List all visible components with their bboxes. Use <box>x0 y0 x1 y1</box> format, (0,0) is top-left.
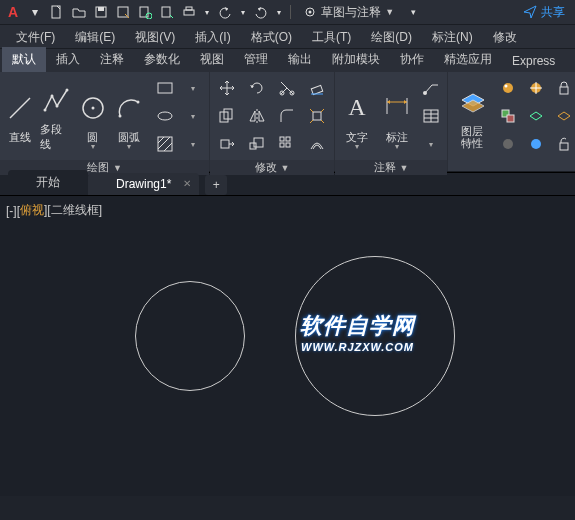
tool-arc[interactable]: 圆弧 ▾ <box>113 79 145 153</box>
tool-table[interactable] <box>419 104 443 128</box>
ribbon-tab-default[interactable]: 默认 <box>2 47 46 72</box>
tool-trim[interactable] <box>274 76 300 100</box>
svg-point-14 <box>56 105 59 108</box>
web-open-icon[interactable] <box>136 3 154 21</box>
tool-text[interactable]: A 文字 ▾ <box>339 79 375 153</box>
ribbon-tab-parametric[interactable]: 参数化 <box>134 47 190 72</box>
layers-icon <box>458 88 486 118</box>
svg-rect-7 <box>184 10 194 15</box>
tool-ellipse-drop[interactable]: ▾ <box>181 104 205 128</box>
layer-off-icon[interactable] <box>496 132 520 156</box>
svg-line-36 <box>310 120 313 123</box>
tool-array[interactable] <box>274 132 300 156</box>
layer-prev-icon[interactable] <box>552 104 575 128</box>
layer-freeze-icon[interactable] <box>524 76 548 100</box>
undo-dropdown-icon[interactable]: ▾ <box>238 3 248 21</box>
close-icon[interactable]: ✕ <box>183 178 191 189</box>
layer-lock-icon[interactable] <box>552 76 575 100</box>
saveas-icon[interactable] <box>114 3 132 21</box>
menu-dimension[interactable]: 标注(N) <box>422 27 483 48</box>
svg-point-60 <box>531 139 541 149</box>
doc-tab-drawing1[interactable]: Drawing1* ✕ <box>88 173 199 195</box>
tool-scale[interactable] <box>244 132 270 156</box>
menu-tools[interactable]: 工具(T) <box>302 27 361 48</box>
copy-icon <box>218 107 236 125</box>
undo-icon[interactable] <box>216 3 234 21</box>
ribbon-tab-manage[interactable]: 管理 <box>234 47 278 72</box>
move-icon <box>218 79 236 97</box>
ribbon-tab-insert[interactable]: 插入 <box>46 47 90 72</box>
tool-line[interactable]: 直线 <box>4 79 36 153</box>
svg-rect-22 <box>158 137 172 151</box>
doc-tab-start[interactable]: 开始 <box>8 170 88 195</box>
svg-rect-61 <box>560 143 568 150</box>
web-save-icon[interactable] <box>158 3 176 21</box>
viewport-label[interactable]: [-][俯视][二维线框] <box>6 202 102 219</box>
tool-circle[interactable]: 圆 ▾ <box>77 79 109 153</box>
tool-offset[interactable] <box>304 132 330 156</box>
menu-file[interactable]: 文件(F) <box>6 27 65 48</box>
tool-copy[interactable] <box>214 104 240 128</box>
tool-hatch-drop[interactable]: ▾ <box>181 132 205 156</box>
watermark: 软件自学网 WWW.RJZXW.COM <box>300 311 415 353</box>
fillet-icon <box>278 107 296 125</box>
layer-match-icon[interactable] <box>496 104 520 128</box>
open-file-icon[interactable] <box>70 3 88 21</box>
ribbon-tab-addins[interactable]: 附加模块 <box>322 47 390 72</box>
ribbon-tab-collab[interactable]: 协作 <box>390 47 434 72</box>
print-dropdown-icon[interactable]: ▾ <box>202 3 212 21</box>
menu-draw[interactable]: 绘图(D) <box>361 27 422 48</box>
drawing-canvas[interactable]: [-][俯视][二维线框] 软件自学网 WWW.RJZXW.COM <box>0 196 575 496</box>
tool-rotate[interactable] <box>244 76 270 100</box>
menu-edit[interactable]: 编辑(E) <box>65 27 125 48</box>
ribbon-tab-featured[interactable]: 精选应用 <box>434 47 502 72</box>
hatch-icon <box>156 135 174 153</box>
svg-point-48 <box>423 91 427 95</box>
tool-rectangle[interactable] <box>153 76 177 100</box>
tool-dimension[interactable]: 标注 ▾ <box>379 79 415 153</box>
menu-format[interactable]: 格式(O) <box>241 27 302 48</box>
redo-icon[interactable] <box>252 3 270 21</box>
svg-rect-33 <box>313 112 321 120</box>
tool-explode[interactable] <box>304 104 330 128</box>
save-icon[interactable] <box>92 3 110 21</box>
ribbon-tab-express[interactable]: Express <box>502 50 565 72</box>
panel-annot-title[interactable]: 注释▼ <box>335 160 447 175</box>
layer-iso-icon[interactable] <box>524 104 548 128</box>
workspace-dropdown[interactable]: 草图与注释 ▼ <box>297 4 400 21</box>
add-tab-button[interactable]: + <box>205 175 227 195</box>
annot-small-tools: ▾ <box>419 76 443 156</box>
tool-rect-drop[interactable]: ▾ <box>181 76 205 100</box>
menu-modify[interactable]: 修改 <box>483 27 527 48</box>
tool-ellipse[interactable] <box>153 104 177 128</box>
qat-overflow-icon[interactable]: ▾ <box>404 3 422 21</box>
tool-layer-properties[interactable]: 图层 特性 <box>452 79 492 153</box>
menu-insert[interactable]: 插入(I) <box>185 27 240 48</box>
panel-modify-title[interactable]: 修改▼ <box>210 160 334 175</box>
tool-fillet[interactable] <box>274 104 300 128</box>
new-file-icon[interactable] <box>48 3 66 21</box>
ribbon-tab-annotate[interactable]: 注释 <box>90 47 134 72</box>
app-logo[interactable]: A <box>4 4 22 20</box>
tool-hatch[interactable] <box>153 132 177 156</box>
watermark-line2: WWW.RJZXW.COM <box>300 341 415 353</box>
svg-rect-2 <box>98 7 104 11</box>
print-icon[interactable] <box>180 3 198 21</box>
tool-move[interactable] <box>214 76 240 100</box>
redo-dropdown-icon[interactable]: ▾ <box>274 3 284 21</box>
draw-small-tools: ▾ ▾ ▾ <box>153 76 205 156</box>
ribbon-tab-output[interactable]: 输出 <box>278 47 322 72</box>
layer-freeze2-icon[interactable] <box>524 132 548 156</box>
menu-view[interactable]: 视图(V) <box>125 27 185 48</box>
tool-leader[interactable] <box>419 76 443 100</box>
layer-unlock-icon[interactable] <box>552 132 575 156</box>
tool-mirror[interactable] <box>244 104 270 128</box>
qat-dropdown-icon[interactable]: ▾ <box>26 3 44 21</box>
ribbon-tab-view[interactable]: 视图 <box>190 47 234 72</box>
tool-stretch[interactable] <box>214 132 240 156</box>
tool-polyline[interactable]: 多段线 <box>40 79 72 153</box>
layer-visibility-icon[interactable] <box>496 76 520 100</box>
tool-erase[interactable] <box>304 76 330 100</box>
share-button[interactable]: 共享 <box>523 4 571 21</box>
tool-table-drop[interactable]: ▾ <box>419 132 443 156</box>
